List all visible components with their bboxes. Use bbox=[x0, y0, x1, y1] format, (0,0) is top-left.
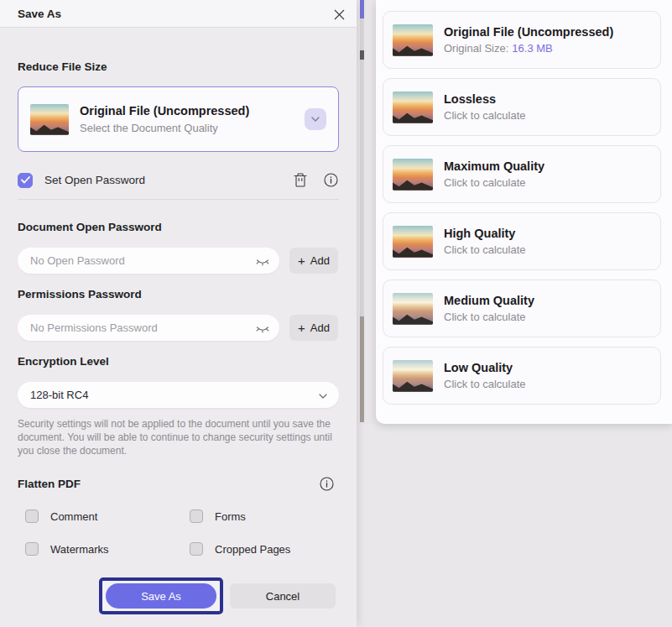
quality-option-high[interactable]: High Quality Click to calculate bbox=[383, 212, 661, 270]
quality-option-subtitle: Click to calculate bbox=[444, 243, 526, 256]
flatten-option-forms[interactable]: Forms bbox=[190, 509, 339, 523]
info-icon[interactable] bbox=[319, 476, 335, 492]
quality-thumbnail-image bbox=[393, 293, 433, 325]
chevron-down-icon bbox=[311, 117, 320, 122]
quality-selector-text: Original File (Uncompressed) Select the … bbox=[80, 104, 305, 134]
open-password-field-wrap bbox=[18, 248, 279, 274]
quality-option-low[interactable]: Low Quality Click to calculate bbox=[383, 347, 661, 405]
scrollbar-thumb[interactable] bbox=[360, 316, 364, 422]
add-open-password-button[interactable]: + Add bbox=[289, 248, 338, 274]
original-size-value: 16.3 MB bbox=[512, 42, 552, 55]
quality-option-lossless[interactable]: Lossless Click to calculate bbox=[383, 78, 661, 136]
quality-option-maximum[interactable]: Maximum Quality Click to calculate bbox=[383, 145, 661, 203]
add-permissions-password-label: Add bbox=[310, 321, 330, 334]
quality-option-title: Medium Quality bbox=[444, 294, 534, 307]
quality-option-title: High Quality bbox=[444, 227, 526, 240]
quality-thumbnail-image bbox=[30, 104, 69, 135]
quality-thumbnail-image bbox=[393, 360, 433, 392]
forms-checkbox[interactable] bbox=[190, 509, 203, 523]
encryption-level-select[interactable]: 128-bit RC4 bbox=[18, 382, 339, 408]
flatten-option-cropped-pages[interactable]: Cropped Pages bbox=[190, 542, 339, 556]
quality-option-title: Original File (Uncompressed) bbox=[444, 25, 613, 39]
quality-options-menu: Original File (Uncompressed) Original Si… bbox=[376, 0, 672, 424]
set-open-password-label: Set Open Password bbox=[44, 174, 145, 186]
dialog-header: Save As bbox=[0, 0, 357, 28]
info-icon[interactable] bbox=[323, 172, 339, 188]
quality-option-subtitle: Click to calculate bbox=[444, 311, 534, 323]
quality-option-text: Maximum Quality Click to calculate bbox=[444, 159, 544, 189]
permissions-password-heading: Permissions Password bbox=[18, 288, 339, 301]
quality-option-subtitle: Click to calculate bbox=[444, 378, 526, 390]
document-open-password-heading: Document Open Password bbox=[18, 221, 339, 234]
add-open-password-label: Add bbox=[310, 254, 330, 267]
cancel-button[interactable]: Cancel bbox=[230, 583, 336, 609]
screen: Save As Reduce File Size Original File (… bbox=[0, 0, 672, 627]
quality-selected-title: Original File (Uncompressed) bbox=[80, 104, 305, 118]
flatten-option-watermarks[interactable]: Watermarks bbox=[25, 542, 190, 556]
cropped-pages-label: Cropped Pages bbox=[215, 543, 290, 556]
watermarks-checkbox[interactable] bbox=[25, 542, 39, 556]
quality-option-subtitle: Click to calculate bbox=[444, 176, 544, 189]
quality-option-text: Original File (Uncompressed) Original Si… bbox=[444, 25, 613, 55]
permissions-password-row: + Add bbox=[18, 315, 339, 341]
open-password-row: + Add bbox=[18, 248, 339, 274]
flatten-pdf-row: Flatten PDF bbox=[18, 476, 339, 492]
permissions-password-field-wrap bbox=[18, 315, 279, 341]
dialog-actions: Save As Cancel bbox=[18, 577, 339, 614]
permissions-password-input[interactable] bbox=[18, 315, 279, 341]
quality-option-title: Maximum Quality bbox=[444, 159, 544, 173]
comment-checkbox[interactable] bbox=[25, 509, 39, 523]
watermarks-label: Watermarks bbox=[50, 543, 109, 556]
save-as-button[interactable]: Save As bbox=[106, 583, 216, 609]
close-icon[interactable] bbox=[331, 6, 347, 23]
scrollbar-thumb-top[interactable] bbox=[360, 0, 364, 18]
quality-option-text: Low Quality Click to calculate bbox=[444, 361, 526, 390]
encryption-level-heading: Encryption Level bbox=[18, 355, 339, 368]
reduce-file-size-heading: Reduce File Size bbox=[18, 60, 339, 74]
quality-option-subtitle: Original Size: 16.3 MB bbox=[444, 42, 613, 55]
original-size-label: Original Size: bbox=[444, 42, 508, 55]
security-note: Security settings will not be applied to… bbox=[18, 417, 339, 457]
quality-dropdown-button[interactable] bbox=[305, 108, 326, 130]
dialog-title: Save As bbox=[18, 8, 61, 20]
quality-thumbnail-image bbox=[393, 159, 433, 191]
save-as-dialog: Save As Reduce File Size Original File (… bbox=[0, 0, 357, 627]
quality-selector[interactable]: Original File (Uncompressed) Select the … bbox=[18, 86, 339, 152]
quality-option-text: High Quality Click to calculate bbox=[444, 227, 526, 256]
quality-selected-subtitle: Select the Document Quality bbox=[80, 122, 305, 134]
set-open-password-row: Set Open Password bbox=[18, 172, 339, 188]
scrollbar-mark bbox=[360, 50, 364, 60]
open-password-input[interactable] bbox=[18, 248, 279, 274]
quality-option-medium[interactable]: Medium Quality Click to calculate bbox=[383, 280, 661, 337]
add-permissions-password-button[interactable]: + Add bbox=[289, 315, 338, 341]
flatten-pdf-heading: Flatten PDF bbox=[18, 478, 81, 491]
dialog-body: Reduce File Size Original File (Uncompre… bbox=[0, 60, 357, 614]
quality-option-subtitle: Click to calculate bbox=[444, 109, 526, 122]
quality-thumbnail-image bbox=[393, 24, 433, 56]
quality-thumbnail-image bbox=[393, 226, 433, 258]
flatten-options: Comment Forms Watermarks bbox=[18, 509, 339, 556]
set-open-password-checkbox[interactable] bbox=[18, 173, 33, 188]
forms-label: Forms bbox=[215, 510, 246, 523]
flatten-option-comment[interactable]: Comment bbox=[25, 509, 190, 523]
quality-option-text: Medium Quality Click to calculate bbox=[444, 294, 534, 323]
password-row-icons bbox=[292, 172, 339, 188]
plus-icon: + bbox=[298, 321, 305, 334]
quality-option-text: Lossless Click to calculate bbox=[444, 92, 526, 122]
comment-label: Comment bbox=[50, 510, 97, 523]
quality-option-title: Low Quality bbox=[444, 361, 526, 374]
encryption-selected-value: 128-bit RC4 bbox=[30, 389, 88, 401]
quality-option-original[interactable]: Original File (Uncompressed) Original Si… bbox=[383, 11, 661, 69]
quality-thumbnail-image bbox=[393, 91, 433, 123]
underlying-scrollbar[interactable] bbox=[360, 0, 364, 422]
chevron-down-icon bbox=[319, 389, 327, 401]
save-button-focus-ring: Save As bbox=[99, 577, 223, 614]
section-divider bbox=[18, 199, 339, 200]
eye-closed-icon[interactable] bbox=[256, 321, 269, 337]
quality-option-title: Lossless bbox=[444, 92, 526, 106]
cropped-pages-checkbox[interactable] bbox=[190, 542, 203, 556]
underlying-window-strip bbox=[357, 0, 376, 424]
plus-icon: + bbox=[298, 254, 305, 267]
eye-closed-icon[interactable] bbox=[256, 254, 269, 269]
trash-icon[interactable] bbox=[292, 172, 308, 188]
